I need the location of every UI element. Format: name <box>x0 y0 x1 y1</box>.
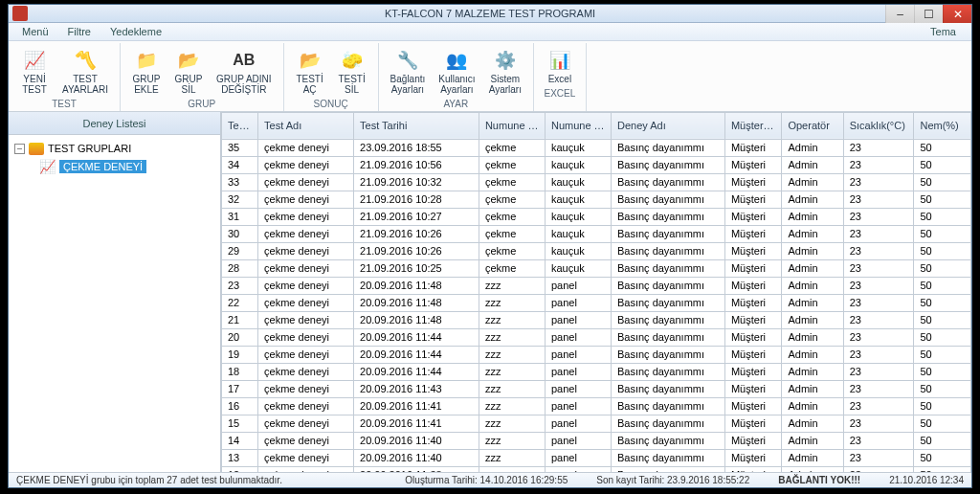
table-row[interactable]: 33çekme deneyi21.09.2016 10:32çekmekauçu… <box>222 173 971 191</box>
table-row[interactable]: 23çekme deneyi20.09.2016 11:48zzzpanelBa… <box>222 277 971 294</box>
cell-deney: Basınç dayanımmı <box>611 208 724 225</box>
cell-nem: 50 <box>914 328 971 346</box>
group-rename-icon: AB <box>231 47 257 74</box>
cell-numad: zzz <box>479 346 545 363</box>
cell-numcin: kauçuk <box>545 191 611 208</box>
cell-id: 14 <box>222 432 258 449</box>
tree-root[interactable]: – TEST GRUPLARI <box>14 141 214 157</box>
table-row[interactable]: 34çekme deneyi21.09.2016 10:56çekmekauçu… <box>222 156 971 173</box>
ribbon-btn-connection-settings[interactable]: 🔧BağlantıAyarları <box>385 45 432 97</box>
cell-nem: 50 <box>914 173 971 191</box>
connection-settings-icon: 🔧 <box>394 47 421 74</box>
table-row[interactable]: 22çekme deneyi20.09.2016 11:48zzzpanelBa… <box>222 294 971 311</box>
table-row[interactable]: 28çekme deneyi21.09.2016 10:25çekmekauçu… <box>222 259 971 277</box>
cell-tarih: 20.09.2016 11:44 <box>354 363 479 380</box>
table-row[interactable]: 30çekme deneyi21.09.2016 10:26çekmekauçu… <box>222 225 971 242</box>
cell-deney: Basınç dayanımmı <box>611 173 724 191</box>
ribbon-btn-new-test[interactable]: 📈YENİTEST <box>14 45 55 97</box>
test-settings-icon: 〽️ <box>72 47 99 74</box>
grid-col-header[interactable]: Test Tarihi <box>354 112 479 139</box>
grid-col-header[interactable]: Numune cinsi <box>545 112 611 139</box>
grid-col-header[interactable]: Operatör <box>782 112 843 139</box>
grid-col-header[interactable]: Test Id <box>222 112 258 139</box>
table-row[interactable]: 13çekme deneyi20.09.2016 11:40zzzpanelBa… <box>222 449 971 466</box>
cell-deney: Basınç dayanımmı <box>611 432 724 449</box>
table-row[interactable]: 32çekme deneyi21.09.2016 10:28çekmekauçu… <box>222 191 971 208</box>
cell-op: Admin <box>782 328 843 346</box>
ribbon-btn-delete-test[interactable]: 🧽TESTİSİL <box>332 45 372 97</box>
cell-tarih: 20.09.2016 11:48 <box>354 294 479 311</box>
cell-sic: 23 <box>843 225 914 242</box>
maximize-button[interactable]: ☐ <box>914 5 943 24</box>
close-button[interactable]: ✕ <box>943 5 971 24</box>
table-row[interactable]: 16çekme deneyi20.09.2016 11:41zzzpanelBa… <box>222 397 971 415</box>
cell-must: Müşteri <box>724 191 781 208</box>
cell-must: Müşteri <box>724 277 781 294</box>
data-grid[interactable]: Test IdTest AdıTest TarihiNumune adıNumu… <box>221 112 971 472</box>
statusbar: ÇEKME DENEYİ grubu için toplam 27 adet t… <box>9 472 971 487</box>
table-row[interactable]: 14çekme deneyi20.09.2016 11:40zzzpanelBa… <box>222 432 971 449</box>
cell-numad: zzz <box>479 415 545 432</box>
table-row[interactable]: 15çekme deneyi20.09.2016 11:41zzzpanelBa… <box>222 415 971 432</box>
ribbon-btn-test-settings[interactable]: 〽️TESTAYARLARI <box>56 45 114 97</box>
ribbon-btn-open-test[interactable]: 📂TESTİAÇ <box>290 45 330 97</box>
ribbon-btn-user-settings[interactable]: 👥KullanıcıAyarları <box>433 45 480 97</box>
menu-item-yedekleme[interactable]: Yedekleme <box>100 23 171 40</box>
cell-deney: Basınç dayanımmı <box>611 294 724 311</box>
cell-op: Admin <box>782 208 843 225</box>
status-summary: ÇEKME DENEYİ grubu için toplam 27 adet t… <box>16 475 282 485</box>
cell-id: 16 <box>222 397 258 415</box>
table-row[interactable]: 17çekme deneyi20.09.2016 11:43zzzpanelBa… <box>222 380 971 397</box>
cell-numad: zzz <box>479 432 545 449</box>
grid-col-header[interactable]: Test Adı <box>258 112 354 139</box>
table-row[interactable]: 21çekme deneyi20.09.2016 11:48zzzpanelBa… <box>222 311 971 328</box>
ribbon-btn-group-rename[interactable]: ABGRUP ADINIDEĞİŞTİR <box>211 45 278 97</box>
table-row[interactable]: 18çekme deneyi20.09.2016 11:44zzzpanelBa… <box>222 363 971 380</box>
tree-item-cekme-deneyi[interactable]: 📈 ÇEKME DENEYİ <box>39 157 214 176</box>
table-row[interactable]: 19çekme deneyi20.09.2016 11:44zzzpanelBa… <box>222 346 971 363</box>
cell-numcin: panel <box>545 432 611 449</box>
cell-numad: çekme <box>479 139 545 156</box>
table-row[interactable]: 20çekme deneyi20.09.2016 11:44zzzpanelBa… <box>222 328 971 346</box>
cell-numcin: kauçuk <box>545 225 611 242</box>
cell-ad: çekme deneyi <box>258 259 354 277</box>
cell-ad: çekme deneyi <box>258 294 354 311</box>
table-row[interactable]: 31çekme deneyi21.09.2016 10:27çekmekauçu… <box>222 208 971 225</box>
cell-numad: çekme <box>479 156 545 173</box>
grid-col-header[interactable]: Deney Adı <box>611 112 724 139</box>
cell-numcin: kauçuk <box>545 242 611 259</box>
menu-item-filtre[interactable]: Filtre <box>58 23 100 40</box>
cell-sic: 23 <box>843 277 914 294</box>
cell-op: Admin <box>782 225 843 242</box>
cell-id: 34 <box>222 156 258 173</box>
cell-op: Admin <box>782 259 843 277</box>
cell-ad: çekme deneyi <box>258 242 354 259</box>
ribbon-btn-excel-export[interactable]: 📊Excel <box>540 45 580 86</box>
minimize-button[interactable]: – <box>885 5 914 24</box>
cell-must: Müşteri <box>724 432 781 449</box>
grid-col-header[interactable]: Sıcaklık(°C) <box>843 112 914 139</box>
cell-sic: 23 <box>843 156 914 173</box>
ribbon-btn-system-settings[interactable]: ⚙️SistemAyarları <box>483 45 527 97</box>
cell-must: Müşteri <box>724 380 781 397</box>
grid-col-header[interactable]: Numune adı <box>479 112 545 139</box>
tree-toggle-icon[interactable]: – <box>14 144 25 154</box>
cell-must: Müşteri <box>724 363 781 380</box>
cell-nem: 50 <box>914 139 971 156</box>
cell-must: Müşteri <box>724 225 781 242</box>
table-row[interactable]: 35çekme deneyi23.09.2016 18:55çekmekauçu… <box>222 139 971 156</box>
grid-col-header[interactable]: Nem(%) <box>914 112 971 139</box>
cell-id: 19 <box>222 346 258 363</box>
cell-op: Admin <box>782 449 843 466</box>
ribbon-btn-group-add[interactable]: 📁GRUPEKLE <box>126 45 167 97</box>
table-row[interactable]: 29çekme deneyi21.09.2016 10:26çekmekauçu… <box>222 242 971 259</box>
ribbon-group-label: SONUÇ <box>290 99 372 109</box>
ribbon-btn-group-delete[interactable]: 📂GRUPSİL <box>168 45 209 97</box>
cell-must: Müşteri <box>724 449 781 466</box>
theme-menu[interactable]: Tema <box>921 23 966 40</box>
tree-root-label: TEST GRUPLARI <box>48 143 131 154</box>
open-test-label: TESTİAÇ <box>296 74 323 95</box>
cell-nem: 50 <box>914 397 971 415</box>
grid-col-header[interactable]: Müşteri Adı <box>724 112 781 139</box>
menu-item-menü[interactable]: Menü <box>12 23 58 40</box>
